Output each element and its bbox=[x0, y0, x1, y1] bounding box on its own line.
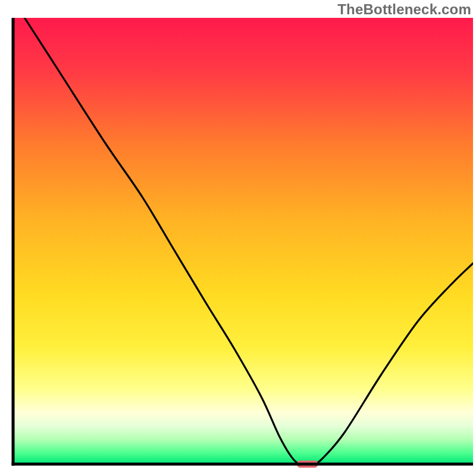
chart-frame: TheBottleneck.com bbox=[0, 0, 476, 476]
gradient-background bbox=[13, 18, 473, 464]
bottleneck-chart bbox=[0, 0, 476, 476]
watermark-text: TheBottleneck.com bbox=[337, 1, 471, 18]
